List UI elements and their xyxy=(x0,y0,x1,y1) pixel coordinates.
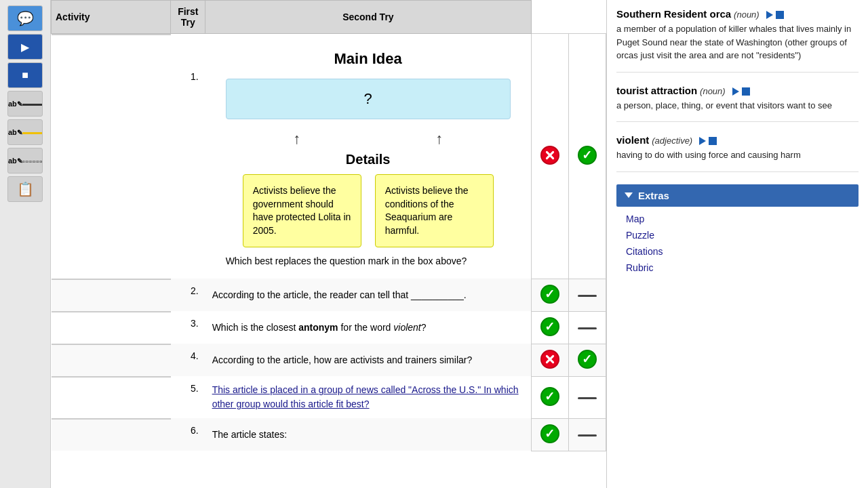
vocab-term-row-2: tourist attraction (noun) xyxy=(616,85,859,96)
second-try-header: Second Try xyxy=(205,1,532,34)
row6-num: 6. xyxy=(171,418,205,451)
row4-num: 4. xyxy=(171,344,205,376)
vocab-pos: (noun) xyxy=(734,9,760,20)
vocab-pos-3: (adjective) xyxy=(652,136,692,146)
arrows-row: ↑ ↑ xyxy=(226,126,511,152)
activity-table: Activity First Try Second Try 1. Main Id… xyxy=(51,0,606,451)
row4-second-try xyxy=(568,344,606,376)
row1-num: 1. xyxy=(171,34,205,279)
row6-first-try xyxy=(531,418,568,451)
row5-first-try xyxy=(531,376,568,418)
vocab-def-2: a person, place, thing, or event that vi… xyxy=(616,99,859,113)
row3-pre: Which is the closest xyxy=(212,322,299,333)
diagram-container: Main Idea ? ↑ ↑ Details Activists believ… xyxy=(212,39,524,273)
play-audio-icon[interactable] xyxy=(766,11,773,19)
activity-header: Activity xyxy=(52,1,171,34)
check-icon xyxy=(540,317,559,336)
row6-second-try xyxy=(568,418,606,451)
play-audio-icon-2[interactable] xyxy=(732,87,739,96)
row5-question-link[interactable]: This article is placed in a group of new… xyxy=(212,384,519,409)
row3-end: ? xyxy=(421,322,427,333)
extras-map-link[interactable]: Map xyxy=(626,211,849,227)
main-content: Activity First Try Second Try 1. Main Id… xyxy=(51,0,868,488)
main-idea-question-box: ? xyxy=(226,79,511,119)
detail-box-right: Activists believe the conditions of the … xyxy=(375,174,494,247)
row5-num: 5. xyxy=(171,376,205,418)
row3-question: Which is the closest antonym for the wor… xyxy=(212,322,427,333)
stop-audio-icon-2[interactable] xyxy=(742,87,750,96)
first-try-header: First Try xyxy=(171,1,205,34)
vocab-entry-1: Southern Resident orca (noun) a member o… xyxy=(616,8,859,73)
row3-first-try xyxy=(531,311,568,344)
row3-italic: violent xyxy=(393,322,420,333)
vocab-term-row: Southern Resident orca (noun) xyxy=(616,8,859,20)
extras-header[interactable]: Extras xyxy=(616,184,859,207)
table-row: 3. Which is the closest antonym for the … xyxy=(52,311,606,344)
row1-first-try xyxy=(531,34,568,279)
row3-second-try xyxy=(568,311,606,344)
play-toolbar-button[interactable]: ▶ xyxy=(7,34,43,60)
vocab-term-3: violent xyxy=(616,134,649,146)
x-icon xyxy=(540,146,559,165)
vocab-icons-3 xyxy=(699,137,717,145)
activity-area: Activity First Try Second Try 1. Main Id… xyxy=(51,0,607,488)
dash-icon xyxy=(578,434,597,436)
vocab-def: a member of a population of killer whale… xyxy=(616,22,859,62)
row1-second-try xyxy=(568,34,606,279)
stop-toolbar-button[interactable]: ■ xyxy=(7,62,43,88)
vocab-term-2: tourist attraction xyxy=(616,85,697,96)
right-panel: Southern Resident orca (noun) a member o… xyxy=(607,0,868,488)
row1-question: Which best replaces the question mark in… xyxy=(226,256,511,266)
table-row: 1. Main Idea ? ↑ ↑ Details xyxy=(52,34,606,279)
row3-num: 3. xyxy=(171,311,205,344)
left-toolbar: 💬 ▶ ■ ab✎ ab✎ ab✎ 📋 xyxy=(0,0,51,488)
vocab-entry-3: violent (adjective) having to do with us… xyxy=(616,134,859,172)
vocab-def-3: having to do with using force and causin… xyxy=(616,148,859,162)
row3-post: for the word xyxy=(338,322,394,333)
row6-question: The article states: xyxy=(212,429,288,440)
row2-second-try xyxy=(568,279,606,311)
main-idea-title: Main Idea xyxy=(226,50,511,68)
play-audio-icon-3[interactable] xyxy=(699,137,706,145)
table-row: 4. According to the article, how are act… xyxy=(52,344,606,376)
row3-bold: antonym xyxy=(298,322,338,333)
stop-audio-icon-3[interactable] xyxy=(709,137,717,145)
check-icon xyxy=(578,350,597,369)
detail-box-left: Activists believe the government should … xyxy=(243,174,361,247)
vocab-term-row-3: violent (adjective) xyxy=(616,134,859,146)
row5-second-try xyxy=(568,376,606,418)
extras-citations-link[interactable]: Citations xyxy=(626,243,849,260)
extras-rubric-link[interactable]: Rubric xyxy=(626,260,849,276)
chat-toolbar-button[interactable]: 💬 xyxy=(7,5,43,31)
extras-chevron-icon xyxy=(625,192,633,198)
vocab-icons xyxy=(766,11,784,19)
extras-links: Map Puzzle Citations Rubric xyxy=(616,207,859,280)
vocab-term: Southern Resident orca xyxy=(616,8,731,20)
dash-icon xyxy=(578,295,597,297)
copy-toolbar-button[interactable]: 📋 xyxy=(7,176,43,202)
arrow-up-left: ↑ xyxy=(293,130,300,148)
details-title: Details xyxy=(226,152,511,167)
extras-puzzle-link[interactable]: Puzzle xyxy=(626,227,849,243)
table-row: 6. The article states: xyxy=(52,418,606,451)
table-row: 5. This article is placed in a group of … xyxy=(52,376,606,418)
row2-num: 2. xyxy=(171,279,205,311)
vocab-icons-2 xyxy=(732,87,750,96)
dash-icon xyxy=(578,397,597,399)
annotate3-toolbar-button[interactable]: ab✎ xyxy=(7,148,43,174)
dash-icon xyxy=(578,327,597,329)
x-icon xyxy=(540,350,559,369)
row5-question: This article is placed in a group of new… xyxy=(212,384,519,409)
stop-audio-icon[interactable] xyxy=(776,11,784,19)
detail-boxes: Activists believe the government should … xyxy=(226,174,511,247)
check-icon xyxy=(540,387,559,406)
table-row: 2. According to the article, the reader … xyxy=(52,279,606,311)
check-icon xyxy=(578,146,597,165)
row4-first-try xyxy=(531,344,568,376)
row4-question: According to the article, how are activi… xyxy=(212,354,473,365)
row2-first-try xyxy=(531,279,568,311)
annotate2-toolbar-button[interactable]: ab✎ xyxy=(7,119,43,145)
annotate1-toolbar-button[interactable]: ab✎ xyxy=(7,91,43,117)
vocab-pos-2: (noun) xyxy=(700,86,726,96)
extras-section: Extras Map Puzzle Citations Rubric xyxy=(616,184,859,280)
